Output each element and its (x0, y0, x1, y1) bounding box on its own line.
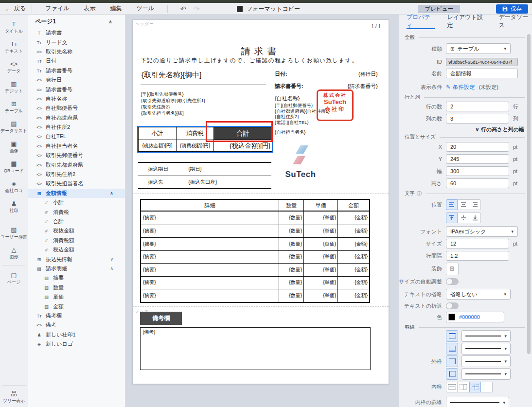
caret-up-icon[interactable]: ∧ (110, 191, 113, 195)
tree-item-請求明細[interactable]: ▤請求明細∧ (28, 264, 125, 273)
tree-item-自社TEL[interactable]: <>自社TEL (28, 132, 125, 141)
detail-cell[interactable]: {摘要} (141, 237, 279, 250)
align-left-button[interactable] (446, 199, 458, 210)
remarks-title-element[interactable]: 備考欄 (140, 312, 182, 325)
font-size-input[interactable]: 12 (446, 239, 509, 248)
tree-item-取引先住所2[interactable]: <>取引先住所2 (28, 170, 125, 179)
detail-cell[interactable]: {単価} (303, 276, 337, 289)
detail-cell[interactable]: {摘要} (141, 225, 279, 238)
detail-cell[interactable]: {単価} (303, 225, 337, 238)
client-address-element[interactable]: [〒]{取引先郵便番号}{取引先都道府県}{取引先住所1}{取引先住所2}{取引… (141, 91, 205, 116)
x-input[interactable]: 20 (446, 142, 509, 152)
inner-vertical-button[interactable] (458, 382, 469, 392)
tree-item-金額[interactable]: ▥金額 (28, 301, 125, 311)
tree-item-振込先情報[interactable]: ⊞振込先情報∨ (28, 254, 125, 264)
valign-top-button[interactable] (446, 212, 458, 223)
detail-header-cell[interactable]: 単価 (303, 200, 337, 212)
detail-cell[interactable]: {金額} (337, 263, 369, 276)
tree-item-取引先担当者名[interactable]: <>取引先担当者名 (28, 179, 125, 188)
menu-file[interactable]: ファイル (38, 4, 76, 13)
tree-item-数量[interactable]: ▥数量 (28, 283, 125, 292)
tree-item-取引先都道府県[interactable]: <>取引先都道府県 (28, 160, 125, 169)
tree-item-備考[interactable]: <>備考 (28, 320, 125, 330)
width-input[interactable]: 300 (446, 166, 509, 176)
detail-cell[interactable]: {単価} (303, 289, 337, 302)
autosize-toggle[interactable] (446, 278, 459, 285)
format-copy-button[interactable]: フォーマットコピー (237, 3, 300, 15)
rail-item-datalist[interactable]: ▤データリスト (0, 121, 28, 134)
detail-cell[interactable]: {金額} (337, 276, 369, 289)
detail-cell[interactable]: {数量} (279, 237, 303, 250)
tree-item-消費税[interactable]: #消費税 (28, 207, 125, 216)
detail-cell[interactable]: {単価} (303, 250, 337, 264)
border-right-button[interactable] (446, 355, 458, 367)
company-name-element[interactable]: {自社名称} (275, 95, 300, 102)
detail-cell[interactable]: {単価} (303, 237, 337, 250)
detail-cell[interactable]: {数量} (279, 250, 303, 264)
tree-item-請求書番号[interactable]: Tт請求書番号 (28, 66, 125, 75)
tree-item-請求書[interactable]: T請求書 (28, 28, 125, 37)
tree-item-日付[interactable]: Tт日付 (28, 56, 125, 66)
tree-item-税抜金額[interactable]: #税抜金額 (28, 226, 125, 235)
inner-border-style-select[interactable]: ▾ (446, 397, 509, 407)
border-top-style-select[interactable]: ▾ (461, 330, 511, 342)
inner-none-button[interactable] (481, 382, 493, 392)
tree-item-新しい社印1[interactable]: ♟新しい社印1 (28, 330, 125, 339)
ellipsis-select[interactable]: 省略しない ▾ (446, 289, 511, 300)
detail-header-cell[interactable]: 金額 (337, 200, 369, 212)
detail-cell[interactable]: {数量} (279, 289, 303, 302)
type-select[interactable]: ⊞ テーブル ▾ (446, 43, 511, 54)
rail-item-text[interactable]: Tтテキスト (0, 41, 28, 54)
tree-item-取引先郵便番号[interactable]: <>取引先郵便番号 (28, 151, 125, 160)
caret-up-icon[interactable]: ∧ (110, 266, 113, 271)
menu-edit[interactable]: 編集 (103, 4, 129, 13)
detail-table-element[interactable]: 詳細数量単価金額{摘要}{数量}{単価}{金額}{摘要}{数量}{単価}{金額}… (140, 199, 370, 303)
undo-icon[interactable]: ↶ (180, 5, 186, 13)
tree-item-取引先名称[interactable]: <>取引先名称 (28, 47, 125, 56)
tab-layout-settings[interactable]: レイアウト設定 (447, 15, 486, 29)
company-logo-element[interactable]: SuTech (284, 144, 318, 179)
tree-item-自社名称[interactable]: <>自社名称 (28, 94, 125, 104)
rail-item-qrcode[interactable]: ▦QRコード (0, 160, 28, 174)
detail-header-cell[interactable]: 数量 (279, 200, 303, 212)
caret-down-icon[interactable]: ∨ (110, 257, 113, 262)
detail-cell[interactable]: {数量} (279, 212, 303, 225)
tree-page-header[interactable]: ページ1 ∧ (28, 15, 125, 28)
tree-item-請求書番号[interactable]: <>請求書番号 (28, 85, 125, 94)
amount-header-cell[interactable]: 小計 (139, 127, 176, 140)
rail-item-data[interactable]: <>データ (0, 61, 28, 74)
border-bottom-style-select[interactable]: ▾ (461, 343, 511, 354)
date-value[interactable]: {発行日} (358, 71, 378, 78)
border-left-style-select[interactable]: ▾ (461, 368, 511, 380)
remarks-box-element[interactable]: {備考} (140, 327, 371, 370)
line-spacing-input[interactable]: 1.2 (446, 251, 509, 261)
tree-item-自社郵便番号[interactable]: <>自社郵便番号 (28, 104, 125, 113)
tree-item-自社担当者名[interactable]: <>自社担当者名 (28, 142, 125, 151)
detail-cell[interactable]: {数量} (279, 263, 303, 276)
rail-item-title[interactable]: Tタイトル (0, 21, 28, 35)
tree-item-単価[interactable]: ▥単価 (28, 292, 125, 301)
wrap-toggle[interactable] (446, 302, 459, 309)
tree-item-自社都道府県[interactable]: <>自社都道府県 (28, 113, 125, 123)
menu-view[interactable]: 表示 (76, 4, 103, 13)
preview-button[interactable]: プレビュー (418, 5, 460, 13)
border-left-button[interactable] (446, 368, 458, 380)
detail-cell[interactable]: {数量} (279, 276, 303, 289)
tree-item-リード文[interactable]: Tтリード文 (28, 37, 125, 47)
menu-tools[interactable]: ツール (129, 4, 161, 13)
rail-item-image[interactable]: ▣画像 (0, 141, 28, 154)
client-name-element[interactable]: {取引先名称}[御中] (142, 71, 201, 80)
lead-text-element[interactable]: 下記の通りご請求申し上げますので、ご確認の程よろしくお願い致します。 (141, 57, 358, 64)
rail-item-stamp[interactable]: ♟社印 (0, 200, 28, 214)
tree-item-消費税額[interactable]: #消費税額 (28, 236, 125, 245)
tree-item-金額情報[interactable]: ⊞金額情報∧ (28, 189, 125, 198)
detail-cell[interactable]: {摘要} (141, 250, 279, 264)
tab-datasource[interactable]: データソース (499, 15, 532, 29)
inner-horizontal-button[interactable] (446, 382, 458, 392)
transfer-row[interactable]: 振込先{振込先口座} (138, 176, 271, 188)
align-center-button[interactable] (458, 199, 469, 210)
condition-settings-link[interactable]: ✎ 条件設定 (446, 84, 475, 91)
height-input[interactable]: 60 (446, 178, 509, 188)
detail-cell[interactable]: {数量} (279, 225, 303, 238)
transfer-info-element[interactable]: 振込期日{期日}振込先{振込先口座} (138, 162, 271, 189)
